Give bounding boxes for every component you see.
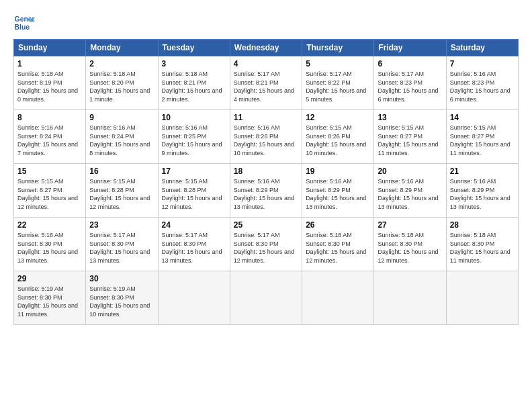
- calendar-cell: 10Sunrise: 5:16 AMSunset: 8:25 PMDayligh…: [158, 110, 230, 164]
- calendar-cell: 30Sunrise: 5:19 AMSunset: 8:30 PMDayligh…: [86, 271, 158, 325]
- calendar-cell: 23Sunrise: 5:17 AMSunset: 8:30 PMDayligh…: [86, 218, 158, 271]
- week-row-3: 15Sunrise: 5:15 AMSunset: 8:27 PMDayligh…: [14, 164, 519, 218]
- calendar-cell: 7Sunrise: 5:16 AMSunset: 8:23 PMDaylight…: [446, 56, 518, 110]
- calendar-cell: 12Sunrise: 5:15 AMSunset: 8:26 PMDayligh…: [302, 110, 374, 164]
- logo-icon: General Blue: [13, 12, 35, 34]
- calendar-cell: [230, 271, 302, 325]
- day-number: 26: [306, 220, 370, 230]
- calendar-cell: 25Sunrise: 5:17 AMSunset: 8:30 PMDayligh…: [230, 218, 302, 271]
- day-number: 2: [89, 59, 154, 68]
- calendar-cell: [374, 271, 446, 325]
- day-info: Sunrise: 5:16 AMSunset: 8:25 PMDaylight:…: [162, 124, 222, 156]
- week-row-2: 8Sunrise: 5:16 AMSunset: 8:24 PMDaylight…: [14, 110, 519, 164]
- day-info: Sunrise: 5:16 AMSunset: 8:23 PMDaylight:…: [450, 71, 511, 103]
- weekday-header-friday: Friday: [374, 40, 446, 56]
- day-info: Sunrise: 5:16 AMSunset: 8:29 PMDaylight:…: [450, 178, 511, 210]
- day-number: 25: [234, 220, 298, 230]
- day-info: Sunrise: 5:16 AMSunset: 8:29 PMDaylight:…: [234, 178, 294, 210]
- day-info: Sunrise: 5:18 AMSunset: 8:30 PMDaylight:…: [378, 232, 438, 264]
- day-info: Sunrise: 5:16 AMSunset: 8:24 PMDaylight:…: [17, 124, 78, 156]
- day-info: Sunrise: 5:15 AMSunset: 8:26 PMDaylight:…: [306, 124, 366, 156]
- day-info: Sunrise: 5:15 AMSunset: 8:27 PMDaylight:…: [17, 178, 78, 210]
- day-info: Sunrise: 5:17 AMSunset: 8:22 PMDaylight:…: [306, 71, 366, 103]
- day-number: 17: [162, 167, 226, 176]
- calendar-cell: 8Sunrise: 5:16 AMSunset: 8:24 PMDaylight…: [14, 110, 86, 164]
- day-number: 8: [17, 113, 82, 122]
- day-info: Sunrise: 5:15 AMSunset: 8:28 PMDaylight:…: [89, 178, 150, 210]
- calendar-cell: 6Sunrise: 5:17 AMSunset: 8:23 PMDaylight…: [374, 56, 446, 110]
- calendar-cell: 15Sunrise: 5:15 AMSunset: 8:27 PMDayligh…: [14, 164, 86, 218]
- day-info: Sunrise: 5:17 AMSunset: 8:30 PMDaylight:…: [162, 232, 222, 264]
- weekday-header-row: SundayMondayTuesdayWednesdayThursdayFrid…: [14, 40, 519, 56]
- day-number: 10: [162, 113, 226, 122]
- day-info: Sunrise: 5:16 AMSunset: 8:30 PMDaylight:…: [17, 232, 78, 264]
- calendar-cell: 9Sunrise: 5:16 AMSunset: 8:24 PMDaylight…: [86, 110, 158, 164]
- weekday-header-sunday: Sunday: [14, 40, 86, 56]
- day-number: 29: [17, 274, 82, 283]
- calendar-cell: 27Sunrise: 5:18 AMSunset: 8:30 PMDayligh…: [374, 218, 446, 271]
- day-number: 27: [378, 220, 442, 230]
- calendar: SundayMondayTuesdayWednesdayThursdayFrid…: [13, 39, 519, 325]
- day-number: 22: [17, 220, 82, 230]
- calendar-cell: 26Sunrise: 5:18 AMSunset: 8:30 PMDayligh…: [302, 218, 374, 271]
- day-info: Sunrise: 5:17 AMSunset: 8:23 PMDaylight:…: [378, 71, 438, 103]
- day-number: 13: [378, 113, 442, 122]
- calendar-cell: 3Sunrise: 5:18 AMSunset: 8:21 PMDaylight…: [158, 56, 230, 110]
- week-row-4: 22Sunrise: 5:16 AMSunset: 8:30 PMDayligh…: [14, 218, 519, 271]
- weekday-header-wednesday: Wednesday: [230, 40, 302, 56]
- weekday-header-saturday: Saturday: [446, 40, 518, 56]
- page: General Blue SundayMondayTuesdayWednesda…: [0, 0, 532, 411]
- day-number: 30: [89, 274, 154, 283]
- day-info: Sunrise: 5:16 AMSunset: 8:24 PMDaylight:…: [89, 124, 150, 156]
- day-number: 3: [162, 59, 226, 68]
- day-number: 4: [234, 59, 298, 68]
- day-number: 28: [450, 220, 515, 230]
- calendar-cell: 5Sunrise: 5:17 AMSunset: 8:22 PMDaylight…: [302, 56, 374, 110]
- day-info: Sunrise: 5:15 AMSunset: 8:27 PMDaylight:…: [378, 124, 438, 156]
- day-info: Sunrise: 5:18 AMSunset: 8:30 PMDaylight:…: [450, 232, 511, 264]
- day-info: Sunrise: 5:17 AMSunset: 8:30 PMDaylight:…: [234, 232, 294, 264]
- calendar-cell: 18Sunrise: 5:16 AMSunset: 8:29 PMDayligh…: [230, 164, 302, 218]
- weekday-header-monday: Monday: [86, 40, 158, 56]
- day-number: 19: [306, 167, 370, 176]
- calendar-cell: 17Sunrise: 5:15 AMSunset: 8:28 PMDayligh…: [158, 164, 230, 218]
- logo: General Blue: [13, 12, 36, 34]
- calendar-cell: 28Sunrise: 5:18 AMSunset: 8:30 PMDayligh…: [446, 218, 518, 271]
- day-info: Sunrise: 5:17 AMSunset: 8:21 PMDaylight:…: [234, 71, 294, 103]
- week-row-1: 1Sunrise: 5:18 AMSunset: 8:19 PMDaylight…: [14, 56, 519, 110]
- day-info: Sunrise: 5:15 AMSunset: 8:28 PMDaylight:…: [162, 178, 222, 210]
- day-number: 14: [450, 113, 515, 122]
- calendar-cell: 1Sunrise: 5:18 AMSunset: 8:19 PMDaylight…: [14, 56, 86, 110]
- day-info: Sunrise: 5:18 AMSunset: 8:19 PMDaylight:…: [17, 71, 78, 103]
- day-number: 18: [234, 167, 298, 176]
- day-number: 1: [17, 59, 82, 68]
- day-number: 23: [89, 220, 154, 230]
- calendar-cell: 13Sunrise: 5:15 AMSunset: 8:27 PMDayligh…: [374, 110, 446, 164]
- calendar-cell: 11Sunrise: 5:16 AMSunset: 8:26 PMDayligh…: [230, 110, 302, 164]
- calendar-cell: 19Sunrise: 5:16 AMSunset: 8:29 PMDayligh…: [302, 164, 374, 218]
- day-number: 5: [306, 59, 370, 68]
- day-number: 24: [162, 220, 226, 230]
- calendar-cell: 4Sunrise: 5:17 AMSunset: 8:21 PMDaylight…: [230, 56, 302, 110]
- calendar-cell: 22Sunrise: 5:16 AMSunset: 8:30 PMDayligh…: [14, 218, 86, 271]
- day-info: Sunrise: 5:19 AMSunset: 8:30 PMDaylight:…: [89, 285, 150, 318]
- day-info: Sunrise: 5:19 AMSunset: 8:30 PMDaylight:…: [17, 285, 78, 318]
- day-number: 7: [450, 59, 515, 68]
- day-info: Sunrise: 5:16 AMSunset: 8:26 PMDaylight:…: [234, 124, 294, 156]
- calendar-cell: 21Sunrise: 5:16 AMSunset: 8:29 PMDayligh…: [446, 164, 518, 218]
- day-number: 16: [89, 167, 154, 176]
- calendar-cell: [446, 271, 518, 325]
- day-info: Sunrise: 5:15 AMSunset: 8:27 PMDaylight:…: [450, 124, 511, 156]
- svg-text:Blue: Blue: [15, 24, 30, 31]
- day-info: Sunrise: 5:18 AMSunset: 8:21 PMDaylight:…: [162, 71, 222, 103]
- weekday-header-thursday: Thursday: [302, 40, 374, 56]
- header: General Blue: [13, 12, 519, 34]
- day-number: 12: [306, 113, 370, 122]
- calendar-cell: [302, 271, 374, 325]
- calendar-cell: 29Sunrise: 5:19 AMSunset: 8:30 PMDayligh…: [14, 271, 86, 325]
- calendar-cell: 24Sunrise: 5:17 AMSunset: 8:30 PMDayligh…: [158, 218, 230, 271]
- day-number: 9: [89, 113, 154, 122]
- day-info: Sunrise: 5:17 AMSunset: 8:30 PMDaylight:…: [89, 232, 150, 264]
- calendar-cell: 2Sunrise: 5:18 AMSunset: 8:20 PMDaylight…: [86, 56, 158, 110]
- day-number: 11: [234, 113, 298, 122]
